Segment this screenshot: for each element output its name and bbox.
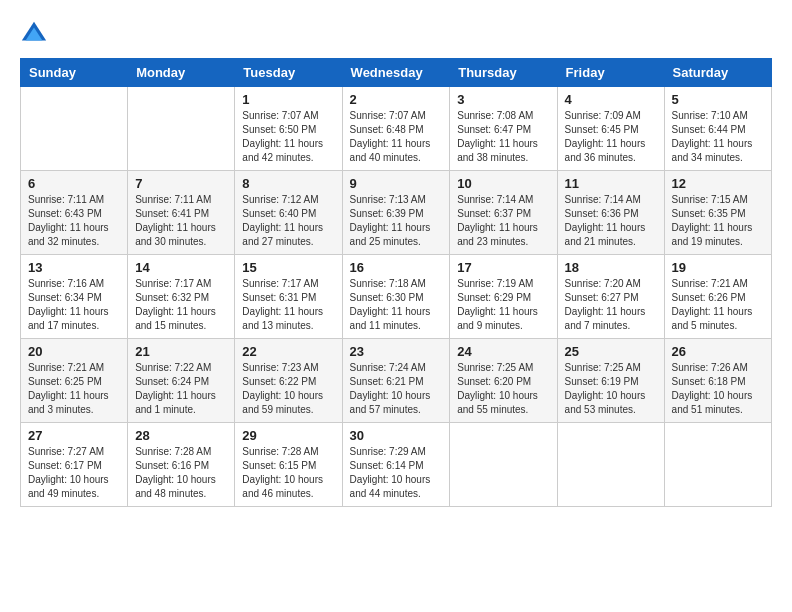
day-number: 22 — [242, 344, 334, 359]
logo-icon — [20, 20, 48, 48]
calendar-header-row: SundayMondayTuesdayWednesdayThursdayFrid… — [21, 59, 772, 87]
day-number: 5 — [672, 92, 764, 107]
calendar-cell: 27Sunrise: 7:27 AMSunset: 6:17 PMDayligh… — [21, 423, 128, 507]
calendar-week-row: 27Sunrise: 7:27 AMSunset: 6:17 PMDayligh… — [21, 423, 772, 507]
day-of-week-header: Monday — [128, 59, 235, 87]
calendar-cell: 8Sunrise: 7:12 AMSunset: 6:40 PMDaylight… — [235, 171, 342, 255]
calendar-cell: 26Sunrise: 7:26 AMSunset: 6:18 PMDayligh… — [664, 339, 771, 423]
day-number: 1 — [242, 92, 334, 107]
day-info: Sunrise: 7:17 AMSunset: 6:31 PMDaylight:… — [242, 277, 334, 333]
day-info: Sunrise: 7:20 AMSunset: 6:27 PMDaylight:… — [565, 277, 657, 333]
calendar-cell: 22Sunrise: 7:23 AMSunset: 6:22 PMDayligh… — [235, 339, 342, 423]
day-info: Sunrise: 7:28 AMSunset: 6:16 PMDaylight:… — [135, 445, 227, 501]
day-info: Sunrise: 7:21 AMSunset: 6:26 PMDaylight:… — [672, 277, 764, 333]
day-info: Sunrise: 7:19 AMSunset: 6:29 PMDaylight:… — [457, 277, 549, 333]
day-of-week-header: Sunday — [21, 59, 128, 87]
day-number: 3 — [457, 92, 549, 107]
day-info: Sunrise: 7:21 AMSunset: 6:25 PMDaylight:… — [28, 361, 120, 417]
day-number: 9 — [350, 176, 443, 191]
day-number: 15 — [242, 260, 334, 275]
day-of-week-header: Thursday — [450, 59, 557, 87]
day-of-week-header: Tuesday — [235, 59, 342, 87]
calendar-cell: 10Sunrise: 7:14 AMSunset: 6:37 PMDayligh… — [450, 171, 557, 255]
day-info: Sunrise: 7:26 AMSunset: 6:18 PMDaylight:… — [672, 361, 764, 417]
day-number: 12 — [672, 176, 764, 191]
day-number: 4 — [565, 92, 657, 107]
day-info: Sunrise: 7:29 AMSunset: 6:14 PMDaylight:… — [350, 445, 443, 501]
calendar-cell: 18Sunrise: 7:20 AMSunset: 6:27 PMDayligh… — [557, 255, 664, 339]
day-number: 2 — [350, 92, 443, 107]
day-of-week-header: Wednesday — [342, 59, 450, 87]
calendar-cell: 28Sunrise: 7:28 AMSunset: 6:16 PMDayligh… — [128, 423, 235, 507]
day-number: 10 — [457, 176, 549, 191]
calendar-cell — [557, 423, 664, 507]
day-info: Sunrise: 7:25 AMSunset: 6:20 PMDaylight:… — [457, 361, 549, 417]
day-number: 25 — [565, 344, 657, 359]
calendar-week-row: 1Sunrise: 7:07 AMSunset: 6:50 PMDaylight… — [21, 87, 772, 171]
day-number: 7 — [135, 176, 227, 191]
day-number: 21 — [135, 344, 227, 359]
calendar-cell: 3Sunrise: 7:08 AMSunset: 6:47 PMDaylight… — [450, 87, 557, 171]
page-header — [20, 20, 772, 48]
day-info: Sunrise: 7:11 AMSunset: 6:41 PMDaylight:… — [135, 193, 227, 249]
day-info: Sunrise: 7:18 AMSunset: 6:30 PMDaylight:… — [350, 277, 443, 333]
day-number: 17 — [457, 260, 549, 275]
day-number: 18 — [565, 260, 657, 275]
day-number: 16 — [350, 260, 443, 275]
day-of-week-header: Saturday — [664, 59, 771, 87]
day-info: Sunrise: 7:13 AMSunset: 6:39 PMDaylight:… — [350, 193, 443, 249]
day-info: Sunrise: 7:22 AMSunset: 6:24 PMDaylight:… — [135, 361, 227, 417]
day-info: Sunrise: 7:24 AMSunset: 6:21 PMDaylight:… — [350, 361, 443, 417]
calendar-table: SundayMondayTuesdayWednesdayThursdayFrid… — [20, 58, 772, 507]
calendar-week-row: 6Sunrise: 7:11 AMSunset: 6:43 PMDaylight… — [21, 171, 772, 255]
calendar-cell: 23Sunrise: 7:24 AMSunset: 6:21 PMDayligh… — [342, 339, 450, 423]
calendar-cell: 7Sunrise: 7:11 AMSunset: 6:41 PMDaylight… — [128, 171, 235, 255]
day-info: Sunrise: 7:10 AMSunset: 6:44 PMDaylight:… — [672, 109, 764, 165]
day-info: Sunrise: 7:28 AMSunset: 6:15 PMDaylight:… — [242, 445, 334, 501]
calendar-cell: 14Sunrise: 7:17 AMSunset: 6:32 PMDayligh… — [128, 255, 235, 339]
day-number: 13 — [28, 260, 120, 275]
calendar-cell: 17Sunrise: 7:19 AMSunset: 6:29 PMDayligh… — [450, 255, 557, 339]
day-number: 14 — [135, 260, 227, 275]
day-info: Sunrise: 7:09 AMSunset: 6:45 PMDaylight:… — [565, 109, 657, 165]
day-number: 29 — [242, 428, 334, 443]
calendar-cell — [128, 87, 235, 171]
calendar-cell: 13Sunrise: 7:16 AMSunset: 6:34 PMDayligh… — [21, 255, 128, 339]
day-info: Sunrise: 7:25 AMSunset: 6:19 PMDaylight:… — [565, 361, 657, 417]
calendar-cell — [664, 423, 771, 507]
day-info: Sunrise: 7:07 AMSunset: 6:50 PMDaylight:… — [242, 109, 334, 165]
day-number: 20 — [28, 344, 120, 359]
day-info: Sunrise: 7:14 AMSunset: 6:37 PMDaylight:… — [457, 193, 549, 249]
calendar-cell — [450, 423, 557, 507]
calendar-cell: 24Sunrise: 7:25 AMSunset: 6:20 PMDayligh… — [450, 339, 557, 423]
day-info: Sunrise: 7:14 AMSunset: 6:36 PMDaylight:… — [565, 193, 657, 249]
day-info: Sunrise: 7:11 AMSunset: 6:43 PMDaylight:… — [28, 193, 120, 249]
day-info: Sunrise: 7:07 AMSunset: 6:48 PMDaylight:… — [350, 109, 443, 165]
calendar-cell: 2Sunrise: 7:07 AMSunset: 6:48 PMDaylight… — [342, 87, 450, 171]
calendar-cell: 11Sunrise: 7:14 AMSunset: 6:36 PMDayligh… — [557, 171, 664, 255]
calendar-cell: 9Sunrise: 7:13 AMSunset: 6:39 PMDaylight… — [342, 171, 450, 255]
calendar-cell: 20Sunrise: 7:21 AMSunset: 6:25 PMDayligh… — [21, 339, 128, 423]
day-info: Sunrise: 7:12 AMSunset: 6:40 PMDaylight:… — [242, 193, 334, 249]
calendar-cell — [21, 87, 128, 171]
day-number: 23 — [350, 344, 443, 359]
day-info: Sunrise: 7:17 AMSunset: 6:32 PMDaylight:… — [135, 277, 227, 333]
day-info: Sunrise: 7:16 AMSunset: 6:34 PMDaylight:… — [28, 277, 120, 333]
day-number: 19 — [672, 260, 764, 275]
day-number: 8 — [242, 176, 334, 191]
day-info: Sunrise: 7:27 AMSunset: 6:17 PMDaylight:… — [28, 445, 120, 501]
calendar-cell: 30Sunrise: 7:29 AMSunset: 6:14 PMDayligh… — [342, 423, 450, 507]
day-info: Sunrise: 7:08 AMSunset: 6:47 PMDaylight:… — [457, 109, 549, 165]
day-number: 28 — [135, 428, 227, 443]
calendar-cell: 6Sunrise: 7:11 AMSunset: 6:43 PMDaylight… — [21, 171, 128, 255]
calendar-cell: 19Sunrise: 7:21 AMSunset: 6:26 PMDayligh… — [664, 255, 771, 339]
calendar-cell: 15Sunrise: 7:17 AMSunset: 6:31 PMDayligh… — [235, 255, 342, 339]
day-info: Sunrise: 7:23 AMSunset: 6:22 PMDaylight:… — [242, 361, 334, 417]
day-number: 24 — [457, 344, 549, 359]
calendar-cell: 25Sunrise: 7:25 AMSunset: 6:19 PMDayligh… — [557, 339, 664, 423]
calendar-cell: 5Sunrise: 7:10 AMSunset: 6:44 PMDaylight… — [664, 87, 771, 171]
calendar-cell: 4Sunrise: 7:09 AMSunset: 6:45 PMDaylight… — [557, 87, 664, 171]
calendar-cell: 1Sunrise: 7:07 AMSunset: 6:50 PMDaylight… — [235, 87, 342, 171]
day-number: 6 — [28, 176, 120, 191]
day-number: 30 — [350, 428, 443, 443]
